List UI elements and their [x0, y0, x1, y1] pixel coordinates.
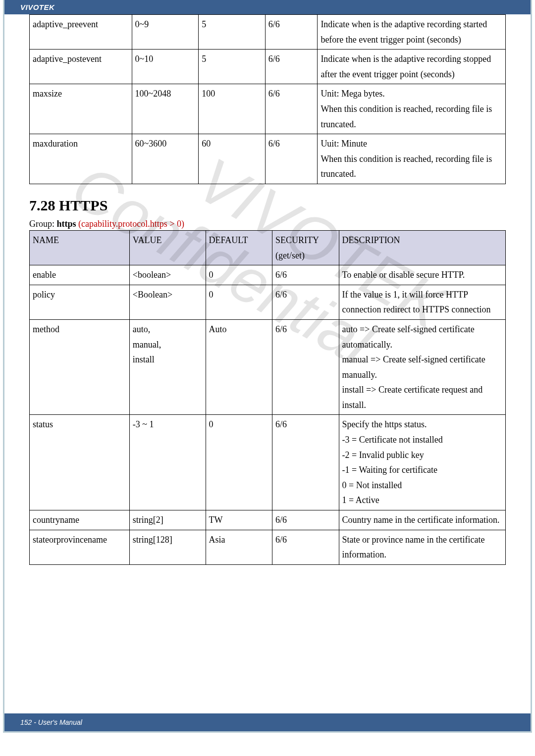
cell-name: countryname — [30, 510, 130, 530]
col-security: SECURITY (get/set) — [272, 230, 339, 265]
cell-security: 6/6 — [272, 319, 339, 415]
cell-default: 0 — [206, 265, 272, 285]
table-row: method auto, manual, install Auto 6/6 au… — [30, 319, 506, 415]
cell-desc: Uuit: Minute When this condition is reac… — [318, 134, 506, 184]
section-heading-https: 7.28 HTTPS — [29, 197, 506, 214]
col-default: DEFAULT — [206, 230, 272, 265]
table-row: status -3 ~ 1 0 6/6 Specify the https st… — [30, 415, 506, 510]
table-row: maxduration 60~3600 60 6/6 Uuit: Minute … — [30, 134, 506, 184]
table-row: adaptive_postevent 0~10 5 6/6 Indicate w… — [30, 50, 506, 84]
cell-security: 6/6 — [272, 415, 339, 510]
cell-security: 6/6 — [265, 15, 318, 50]
cell-desc: Country name in the certificate informat… — [339, 510, 505, 530]
group-label-main: https — [57, 219, 76, 229]
cell-desc: If the value is 1, it will force HTTP co… — [339, 285, 505, 319]
table-row: policy <Boolean> 0 6/6 If the value is 1… — [30, 285, 506, 319]
cell-value: 100~2048 — [132, 84, 199, 134]
cell-name: enable — [30, 265, 130, 285]
cell-security: 6/6 — [265, 134, 318, 184]
cell-value: 0~10 — [132, 50, 199, 84]
group-label: Group: https (capability.protocol.https … — [29, 219, 506, 229]
group-label-prefix: Group: — [29, 219, 57, 229]
cell-name: stateorprovincename — [30, 530, 130, 564]
group-label-condition: (capability.protocol.https > 0) — [76, 219, 184, 229]
table-header-row: NAME VALUE DEFAULT SECURITY (get/set) DE… — [30, 230, 506, 265]
cell-default: 0 — [206, 285, 272, 319]
cell-value: -3 ~ 1 — [129, 415, 206, 510]
cell-default: TW — [206, 510, 272, 530]
cell-desc: auto => Create self-signed certificate a… — [339, 319, 505, 415]
cell-desc: Unit: Mega bytes. When this condition is… — [318, 84, 506, 134]
params-table-top: adaptive_preevent 0~9 5 6/6 Indicate whe… — [29, 14, 506, 184]
col-security-label: SECURITY — [275, 235, 319, 245]
table-row: countryname string[2] TW 6/6 Country nam… — [30, 510, 506, 530]
cell-security: 6/6 — [272, 285, 339, 319]
cell-desc: Specify the https status. -3 = Certifica… — [339, 415, 505, 510]
cell-default: 100 — [199, 84, 266, 134]
cell-default: Auto — [206, 319, 272, 415]
cell-desc: Indicate when is the adaptive recording … — [318, 50, 506, 84]
col-description: DESCRIPTION — [339, 230, 505, 265]
cell-name: method — [30, 319, 130, 415]
cell-value: 60~3600 — [132, 134, 199, 184]
col-security-sub: (get/set) — [275, 251, 305, 260]
col-value: VALUE — [129, 230, 206, 265]
cell-desc: State or province name in the certificat… — [339, 530, 505, 564]
https-params-table: NAME VALUE DEFAULT SECURITY (get/set) DE… — [29, 230, 506, 565]
cell-name: status — [30, 415, 130, 510]
cell-security: 6/6 — [265, 50, 318, 84]
table-row: adaptive_preevent 0~9 5 6/6 Indicate whe… — [30, 15, 506, 50]
cell-security: 6/6 — [265, 84, 318, 134]
cell-default: 5 — [199, 50, 266, 84]
cell-security: 6/6 — [272, 530, 339, 564]
table-row: maxsize 100~2048 100 6/6 Unit: Mega byte… — [30, 84, 506, 134]
cell-name: policy — [30, 285, 130, 319]
cell-default: 60 — [199, 134, 266, 184]
cell-value: <Boolean> — [129, 285, 206, 319]
cell-default: Asia — [206, 530, 272, 564]
cell-name: maxduration — [30, 134, 132, 184]
cell-default: 0 — [206, 415, 272, 510]
cell-desc: Indicate when is the adaptive recording … — [318, 15, 506, 50]
cell-default: 5 — [199, 15, 266, 50]
cell-value: string[128] — [129, 530, 206, 564]
table-row: enable <boolean> 0 6/6 To enable or disa… — [30, 265, 506, 285]
cell-name: adaptive_postevent — [30, 50, 132, 84]
footer-page-label: 152 - User's Manual — [4, 713, 531, 731]
cell-value: <boolean> — [129, 265, 206, 285]
table-row: stateorprovincename string[128] Asia 6/6… — [30, 530, 506, 564]
cell-security: 6/6 — [272, 265, 339, 285]
cell-value: 0~9 — [132, 15, 199, 50]
cell-desc: To enable or disable secure HTTP. — [339, 265, 505, 285]
col-name: NAME — [30, 230, 130, 265]
cell-name: maxsize — [30, 84, 132, 134]
cell-value: string[2] — [129, 510, 206, 530]
cell-value: auto, manual, install — [129, 319, 206, 415]
cell-name: adaptive_preevent — [30, 15, 132, 50]
cell-security: 6/6 — [272, 510, 339, 530]
header-brand: VIVOTEK — [4, 0, 531, 14]
